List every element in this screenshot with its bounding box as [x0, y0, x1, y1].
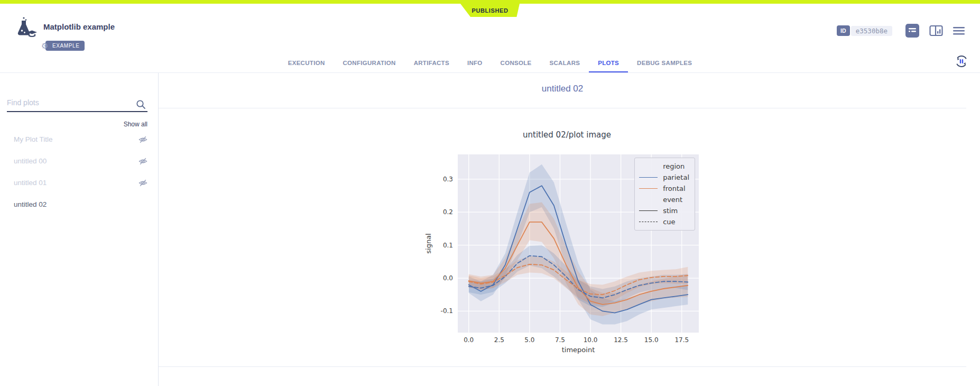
legend-entry-region: region — [639, 161, 689, 172]
legend-entry-stim: stim — [639, 205, 689, 216]
id-value[interactable]: e3530b8e — [851, 26, 892, 36]
legend-line-sample — [639, 222, 658, 222]
legend-entry-parietal: parietal — [639, 172, 689, 183]
header-actions: ID e3530b8e — [837, 24, 965, 38]
experiment-id: ID e3530b8e — [837, 25, 892, 36]
svg-text:15.0: 15.0 — [644, 336, 659, 344]
plot-item-untitled-00[interactable]: untitled 00 — [0, 150, 158, 172]
plots-main-panel: untitled 02 untitled 02/plot image 0.02.… — [159, 73, 980, 386]
plot-item-untitled-02[interactable]: untitled 02 — [0, 194, 158, 215]
legend-label: stim — [663, 207, 678, 215]
svg-text:17.5: 17.5 — [674, 336, 689, 344]
plot-item-label: My Plot Title — [14, 135, 138, 143]
plot-item-label: untitled 01 — [14, 179, 138, 187]
svg-text:2.5: 2.5 — [494, 336, 504, 344]
id-label-chip: ID — [837, 25, 850, 36]
plot-image: 0.02.55.07.510.012.515.017.5-0.10.00.10.… — [423, 149, 711, 359]
tab-console[interactable]: CONSOLE — [492, 54, 541, 72]
tab-info[interactable]: INFO — [458, 54, 492, 72]
tab-configuration[interactable]: CONFIGURATION — [334, 54, 405, 72]
legend-label: region — [663, 162, 685, 170]
section-divider-top — [159, 108, 966, 108]
details-panel-button[interactable] — [905, 24, 920, 38]
legend-label: cue — [663, 218, 675, 226]
tab-artifacts[interactable]: ARTIFACTS — [405, 54, 458, 72]
tab-plots[interactable]: PLOTS — [589, 54, 628, 72]
compare-layout-button[interactable] — [929, 24, 943, 37]
legend-label: parietal — [663, 173, 689, 181]
plot-figure: untitled 02/plot image 0.02.55.07.510.01… — [423, 128, 711, 359]
plot-item-my-plot-title[interactable]: My Plot Title — [0, 128, 158, 150]
legend-spacer — [639, 199, 658, 200]
status-ribbon: PUBLISHED — [460, 4, 520, 17]
svg-text:12.5: 12.5 — [614, 336, 628, 344]
svg-text:-0.1: -0.1 — [441, 307, 453, 315]
tab-bar: EXECUTIONCONFIGURATIONARTIFACTSINFOCONSO… — [0, 54, 980, 72]
search-icon[interactable] — [136, 99, 146, 112]
experiment-title: Matplotlib example — [43, 22, 115, 31]
legend-label: frontal — [663, 185, 686, 192]
hamburger-menu-icon[interactable] — [953, 25, 965, 36]
tab-debug-samples[interactable]: DEBUG SAMPLES — [628, 54, 701, 72]
plot-section-title: untitled 02 — [159, 84, 966, 94]
svg-text:0.3: 0.3 — [443, 176, 453, 183]
tab-execution[interactable]: EXECUTION — [279, 54, 334, 72]
experiment-flask-logo-icon — [13, 16, 38, 41]
svg-text:0.0: 0.0 — [443, 274, 453, 282]
legend-entry-cue: cue — [639, 216, 689, 227]
svg-text:7.5: 7.5 — [555, 336, 565, 344]
eye-off-icon[interactable] — [138, 135, 147, 144]
svg-text:0.0: 0.0 — [464, 336, 474, 344]
legend-entry-event: event — [639, 194, 689, 205]
chart-legend: regionparietalfrontaleventstimcue — [634, 158, 695, 231]
show-all-link[interactable]: Show all — [124, 121, 147, 128]
clearml-experiment-page: { "ribbon": { "label": "PUBLISHED" }, "h… — [0, 0, 980, 386]
example-badge: ⚙ EXAMPLE — [45, 41, 85, 51]
legend-entry-frontal: frontal — [639, 183, 689, 194]
top-accent-bar — [0, 0, 980, 4]
plot-item-untitled-01[interactable]: untitled 01 — [0, 172, 158, 194]
plot-item-label: untitled 00 — [14, 157, 138, 165]
eye-off-icon[interactable] — [138, 157, 147, 166]
legend-line-sample — [639, 210, 658, 211]
legend-line-sample — [639, 177, 658, 178]
section-divider-bottom — [159, 366, 966, 367]
plot-item-label: untitled 02 — [14, 200, 147, 208]
figure-title: untitled 02/plot image — [423, 129, 711, 141]
gear-icon: ⚙ — [41, 41, 49, 50]
legend-label: event — [663, 196, 682, 204]
svg-text:0.1: 0.1 — [443, 242, 453, 249]
svg-text:timepoint: timepoint — [562, 346, 595, 354]
legend-spacer — [639, 166, 658, 167]
svg-text:5.0: 5.0 — [524, 336, 534, 344]
plot-list: My Plot Title untitled 00 untitled 01 — [0, 128, 158, 215]
svg-text:signal: signal — [424, 233, 432, 253]
search-input[interactable] — [7, 95, 147, 111]
svg-text:0.2: 0.2 — [443, 208, 453, 216]
tab-scalars[interactable]: SCALARS — [541, 54, 589, 72]
svg-text:10.0: 10.0 — [584, 336, 598, 344]
auto-refresh-pause-icon[interactable] — [955, 54, 968, 68]
legend-line-sample — [639, 188, 658, 189]
plots-sidebar: Show all My Plot Title untitled 00 un — [0, 73, 159, 386]
eye-off-icon[interactable] — [138, 179, 147, 187]
find-plots-search — [7, 95, 147, 112]
